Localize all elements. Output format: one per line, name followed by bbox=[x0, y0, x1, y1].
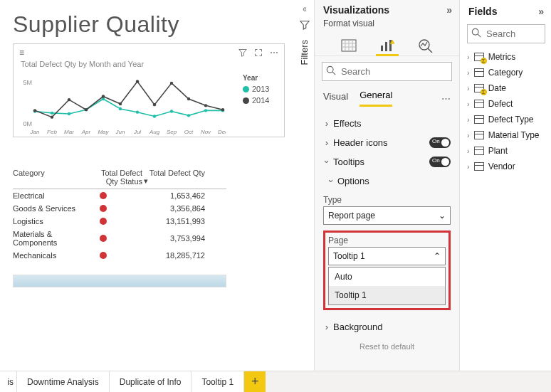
build-visual-button[interactable] bbox=[339, 36, 359, 55]
type-label: Type bbox=[323, 195, 451, 205]
dropdown-option[interactable]: Tooltip 1 bbox=[329, 286, 445, 304]
collapse-icon[interactable]: « bbox=[303, 3, 306, 14]
field-table-item[interactable]: › Defect bbox=[467, 96, 545, 112]
svg-point-16 bbox=[68, 98, 70, 101]
format-search bbox=[322, 62, 452, 81]
section-tooltips[interactable]: ›Tooltips On bbox=[323, 152, 451, 171]
cell-status bbox=[91, 205, 148, 212]
col-status[interactable]: Total Defect Qty Status▾ bbox=[91, 169, 148, 186]
chevron-down-icon: › bbox=[326, 178, 337, 185]
page-tab[interactable]: Duplicate of Info bbox=[110, 371, 192, 392]
field-table-item[interactable]: › Σ Metrics bbox=[467, 49, 545, 65]
page-tab[interactable]: Downtime Analysis bbox=[17, 371, 110, 392]
svg-point-9 bbox=[153, 115, 156, 117]
field-table-item[interactable]: › Plant bbox=[467, 143, 545, 159]
field-label: Metrics bbox=[488, 52, 516, 62]
svg-rect-45 bbox=[385, 42, 387, 51]
table-icon bbox=[474, 131, 484, 139]
page-tab-truncated[interactable]: is bbox=[0, 371, 17, 392]
sigma-badge-icon: Σ bbox=[481, 89, 487, 95]
svg-point-17 bbox=[85, 108, 88, 111]
add-page-button[interactable]: + bbox=[244, 371, 266, 392]
field-table-item[interactable]: › Defect Type bbox=[467, 112, 545, 127]
chevron-right-icon: › bbox=[467, 162, 470, 171]
svg-text:May: May bbox=[98, 129, 109, 135]
drag-handle-icon[interactable]: ≡ bbox=[19, 48, 24, 58]
status-dot-icon bbox=[100, 218, 107, 225]
chevron-right-icon: › bbox=[323, 137, 330, 148]
svg-point-24 bbox=[204, 104, 207, 107]
cell-qty: 18,285,712 bbox=[148, 251, 205, 260]
page-dropdown[interactable]: Tooltip 1 ⌃ bbox=[328, 247, 446, 265]
subsection-options[interactable]: ›Options bbox=[323, 171, 451, 191]
data-table[interactable]: Category Total Defect Qty Status▾ Total … bbox=[13, 169, 226, 262]
sigma-badge-icon: Σ bbox=[481, 58, 487, 64]
table-icon bbox=[474, 100, 484, 108]
table-row[interactable]: Goods & Services 3,356,864 bbox=[13, 202, 226, 215]
field-table-item[interactable]: › Σ Date bbox=[467, 80, 545, 96]
format-subtabs: Visual General ⋯ bbox=[315, 87, 459, 107]
expand-icon[interactable]: » bbox=[446, 4, 452, 16]
field-label: Plant bbox=[488, 146, 508, 156]
svg-text:0M: 0M bbox=[23, 120, 32, 127]
col-category[interactable]: Category bbox=[13, 169, 91, 186]
table-row[interactable]: Materials & Components 3,753,994 bbox=[13, 228, 226, 249]
tab-general[interactable]: General bbox=[360, 90, 392, 107]
section-header-icons[interactable]: ›Header icons On bbox=[323, 133, 451, 152]
field-table-item[interactable]: › Vendor bbox=[467, 159, 545, 174]
reset-to-default[interactable]: Reset to default bbox=[323, 337, 451, 351]
cell-category: Electrical bbox=[13, 191, 91, 200]
dropdown-option[interactable]: Auto bbox=[329, 267, 445, 286]
section-effects[interactable]: ›Effects bbox=[323, 114, 451, 133]
section-background[interactable]: ›Background bbox=[323, 317, 451, 337]
table-icon bbox=[474, 147, 484, 155]
mode-bar bbox=[315, 33, 459, 56]
cell-qty: 13,151,993 bbox=[148, 217, 205, 226]
col-qty[interactable]: Total Defect Qty bbox=[148, 169, 205, 186]
format-search-input[interactable] bbox=[322, 62, 452, 81]
table-row[interactable]: Logistics 13,151,993 bbox=[13, 215, 226, 228]
chevron-up-icon: ⌃ bbox=[434, 251, 441, 261]
field-label: Material Type bbox=[488, 130, 540, 140]
page-tab[interactable]: Tooltip 1 bbox=[191, 371, 244, 392]
report-title: Supplier Quality bbox=[13, 11, 285, 38]
svg-text:Feb: Feb bbox=[47, 129, 57, 135]
legend-title: Year bbox=[243, 74, 278, 82]
expand-icon[interactable]: » bbox=[538, 6, 544, 17]
svg-point-18 bbox=[102, 95, 105, 97]
status-dot-icon bbox=[100, 235, 107, 242]
table-row[interactable]: Mechanicals 18,285,712 bbox=[13, 249, 226, 262]
svg-text:Sep: Sep bbox=[167, 129, 177, 135]
legend-item-2014[interactable]: 2014 bbox=[243, 96, 278, 105]
viz-subtitle: Format visual bbox=[315, 17, 459, 33]
legend-item-2013[interactable]: 2013 bbox=[243, 85, 278, 93]
toggle-header-icons[interactable]: On bbox=[429, 137, 451, 148]
type-dropdown[interactable]: Report page ⌄ bbox=[323, 206, 451, 225]
table-icon: Σ bbox=[474, 84, 484, 92]
tab-visual[interactable]: Visual bbox=[323, 91, 348, 106]
chevron-right-icon: › bbox=[467, 115, 470, 124]
filter-icon[interactable] bbox=[238, 48, 247, 57]
more-icon[interactable]: ⋯ bbox=[441, 93, 451, 104]
chevron-right-icon: › bbox=[467, 68, 470, 77]
toggle-tooltips[interactable]: On bbox=[429, 157, 451, 167]
cell-qty: 3,753,994 bbox=[148, 234, 205, 243]
svg-point-10 bbox=[170, 110, 173, 112]
svg-point-22 bbox=[170, 82, 173, 85]
fields-search-input[interactable] bbox=[467, 24, 545, 43]
chevron-right-icon: › bbox=[323, 118, 330, 129]
chart-tile[interactable]: ≡ ⋯ Total Defect Qty by Month and Year 5… bbox=[13, 43, 285, 137]
svg-text:Aug: Aug bbox=[149, 129, 160, 135]
field-table-item[interactable]: › Category bbox=[467, 65, 545, 80]
field-table-item[interactable]: › Material Type bbox=[467, 127, 545, 143]
map-visual[interactable] bbox=[13, 275, 226, 287]
table-row[interactable]: Electrical 1,653,462 bbox=[13, 189, 226, 202]
format-visual-button[interactable] bbox=[377, 36, 397, 55]
focus-mode-icon[interactable] bbox=[254, 48, 263, 57]
more-options-icon[interactable]: ⋯ bbox=[270, 48, 278, 58]
filters-pane-collapsed[interactable]: « Filters bbox=[295, 0, 315, 392]
status-dot-icon bbox=[100, 252, 107, 259]
analytics-button[interactable] bbox=[416, 36, 436, 55]
table-icon bbox=[474, 115, 484, 124]
highlight-box: Page Tooltip 1 ⌃ Auto Tooltip 1 bbox=[323, 231, 451, 310]
